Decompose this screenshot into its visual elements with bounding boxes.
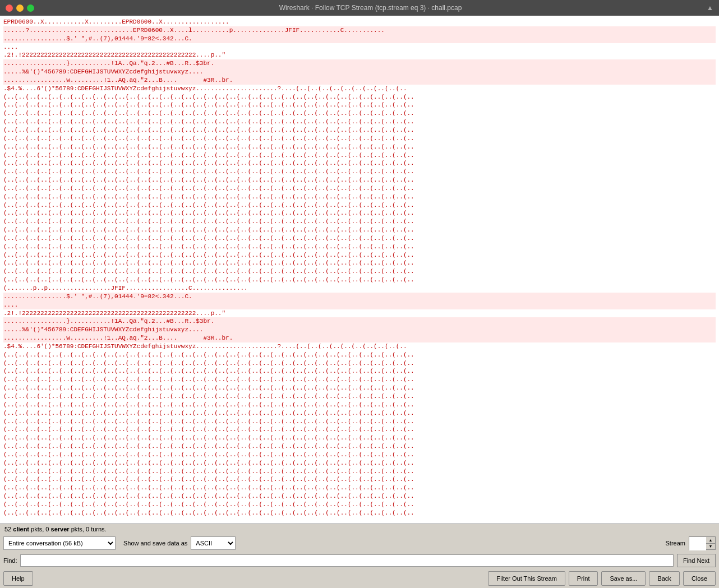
stream-line: (..(..(..(..(..(..(..(..(..(..(..(..(..(… [3,442,716,451]
stream-line: .................w.........!1..AQ.aq."2.… [3,76,716,85]
stream-line: (..(..(..(..(..(..(..(..(..(..(..(..(..(… [3,509,716,517]
stream-line: (..(..(..(..(..(..(..(..(..(..(..(..(..(… [3,126,716,135]
stream-line: (..(..(..(..(..(..(..(..(..(..(..(..(..(… [3,451,716,459]
maximize-traffic-light[interactable] [27,4,34,12]
traffic-lights [0,4,34,12]
stream-line: .... [3,43,716,52]
stream-line: .................$.' ",#..(7),01444.'9=8… [3,293,716,301]
find-input[interactable] [20,554,673,567]
stream-line: .$4.%....6'()*56789:CDEFGHIJSTUVWXYZcdef… [3,342,716,351]
stream-line: (..(..(..(..(..(..(..(..(..(..(..(..(..(… [3,201,716,210]
stream-line: (..(..(..(..(..(..(..(..(..(..(..(..(..(… [3,176,716,184]
stream-line: (..(..(..(..(..(..(..(..(..(..(..(..(..(… [3,401,716,409]
stream-line: (..(..(..(..(..(..(..(..(..(..(..(..(..(… [3,359,716,368]
help-button[interactable]: Help [3,571,33,586]
conversation-select[interactable]: Entire conversation (56 kB) [3,536,116,550]
stream-number-input[interactable]: 3 [689,537,706,550]
stream-line: (..(..(..(..(..(..(..(..(..(..(..(..(..(… [3,209,716,217]
data-format-label: Show and save data as [123,540,187,547]
back-button[interactable]: Back [649,571,679,586]
stream-line: .2!.!22222222222222222222222222222222222… [3,309,716,318]
stream-line: (..(..(..(..(..(..(..(..(..(..(..(..(..(… [3,226,716,234]
stream-line: .................$.' ",#..(7),01444.'9=8… [3,35,716,43]
stream-spinner-buttons: ▲ ▼ [706,537,715,549]
stream-line: (..(..(..(..(..(..(..(..(..(..(..(..(..(… [3,267,716,276]
stream-line: (..(..(..(..(..(..(..(..(..(..(..(..(..(… [3,193,716,201]
stream-line: (..(..(..(..(..(..(..(..(..(..(..(..(..(… [3,101,716,109]
controls-row: Entire conversation (56 kB) Show and sav… [0,534,719,552]
find-row: Find: Find Next [0,552,719,569]
stream-line: (..(..(..(..(..(..(..(..(..(..(..(..(..(… [3,168,716,176]
stats-text: 52 client pkts, 0 server pkts, 0 turns. [4,526,107,533]
stream-line: (..(..(..(..(..(..(..(..(..(..(..(..(..(… [3,217,716,226]
stream-line: (..(..(..(..(..(..(..(..(..(..(..(..(..(… [3,259,716,267]
stream-line: (..(..(..(..(..(..(..(..(..(..(..(..(..(… [3,484,716,492]
stream-line: (..(..(..(..(..(..(..(..(..(..(..(..(..(… [3,351,716,359]
minimize-traffic-light[interactable] [16,4,24,12]
stream-line: (..(..(..(..(..(..(..(..(..(..(..(..(..(… [3,135,716,143]
stream-line: (..(..(..(..(..(..(..(..(..(..(..(..(..(… [3,384,716,392]
stream-line: (..(..(..(..(..(..(..(..(..(..(..(..(..(… [3,234,716,243]
stream-increment-button[interactable]: ▲ [706,537,715,544]
stream-line: EPRD0600..X...........X.........EPRD0600… [3,18,716,26]
stats-row: 52 client pkts, 0 server pkts, 0 turns. [0,524,719,534]
stream-line: (..(..(..(..(..(..(..(..(..(..(..(..(..(… [3,118,716,126]
stream-line: (..(..(..(..(..(..(..(..(..(..(..(..(..(… [3,109,716,118]
stream-line: (..(..(..(..(..(..(..(..(..(..(..(..(..(… [3,251,716,260]
stream-view[interactable]: EPRD0600..X...........X.........EPRD0600… [0,16,719,524]
stream-line: (..(..(..(..(..(..(..(..(..(..(..(..(..(… [3,492,716,501]
stream-line: (..(..(..(..(..(..(..(..(..(..(..(..(..(… [3,501,716,509]
stream-decrement-button[interactable]: ▼ [706,544,715,550]
stream-line: (..(..(..(..(..(..(..(..(..(..(..(..(..(… [3,467,716,476]
stream-label: Stream [666,540,685,547]
stream-line: (..(..(..(..(..(..(..(..(..(..(..(..(..(… [3,276,716,284]
stream-line: .....%&'()*456789:CDEFGHIJSTUVWXYZcdefgh… [3,68,716,76]
stream-line: (..(..(..(..(..(..(..(..(..(..(..(..(..(… [3,475,716,484]
stream-line: ......?............................EPRD0… [3,26,716,35]
bottom-bar: 52 client pkts, 0 server pkts, 0 turns. … [0,524,719,588]
stream-line: (..(..(..(..(..(..(..(..(..(..(..(..(..(… [3,392,716,401]
titlebar-right-icon: ▲ [707,4,719,12]
stream-line: (..(..(..(..(..(..(..(..(..(..(..(..(..(… [3,425,716,434]
stream-line: (..(..(..(..(..(..(..(..(..(..(..(..(..(… [3,409,716,418]
stream-line: .................}...........!1A..Qa."q.… [3,59,716,68]
close-button[interactable]: Close [683,571,716,586]
print-button[interactable]: Print [569,571,598,586]
filter-out-button[interactable]: Filter Out This Stream [488,571,565,586]
stream-number-spinner: 3 ▲ ▼ [689,536,716,550]
stream-line: .2!.!22222222222222222222222222222222222… [3,51,716,59]
stream-line: .................w.........!1..AQ.aq."2.… [3,334,716,342]
stream-line: .................}...........!1A..Qa."q.… [3,317,716,326]
stream-line: (.......p..p.................JFIF.......… [3,284,716,293]
stream-line: (..(..(..(..(..(..(..(..(..(..(..(..(..(… [3,151,716,160]
find-label: Find: [3,557,17,564]
stream-line: (..(..(..(..(..(..(..(..(..(..(..(..(..(… [3,159,716,168]
stream-line: (..(..(..(..(..(..(..(..(..(..(..(..(..(… [3,184,716,193]
content-area: EPRD0600..X...........X.........EPRD0600… [0,16,719,588]
close-traffic-light[interactable] [6,4,13,12]
stream-line: (..(..(..(..(..(..(..(..(..(..(..(..(..(… [3,143,716,151]
ascii-format-select[interactable]: ASCII Hex Dump C Arrays Raw [191,536,236,550]
save-as-button[interactable]: Save as... [601,571,646,586]
titlebar: Wireshark · Follow TCP Stream (tcp.strea… [0,0,719,16]
stream-line: (..(..(..(..(..(..(..(..(..(..(..(..(..(… [3,243,716,251]
stream-line: (..(..(..(..(..(..(..(..(..(..(..(..(..(… [3,376,716,384]
stream-line: .... [3,301,716,309]
window-title: Wireshark · Follow TCP Stream (tcp.strea… [34,4,707,12]
find-next-button[interactable]: Find Next [677,554,716,567]
stream-line: (..(..(..(..(..(..(..(..(..(..(..(..(..(… [3,93,716,101]
stream-line: (..(..(..(..(..(..(..(..(..(..(..(..(..(… [3,418,716,426]
stream-line: .$4.%....6'()*56789:CDEFGHIJSTUVWXYZcdef… [3,85,716,93]
stream-line: (..(..(..(..(..(..(..(..(..(..(..(..(..(… [3,459,716,467]
right-buttons: Filter Out This Stream Print Save as... … [488,571,716,586]
buttons-row: Help Filter Out This Stream Print Save a… [0,569,719,588]
stream-line: (..(..(..(..(..(..(..(..(..(..(..(..(..(… [3,367,716,376]
stream-line: .....%&'()*456789:CDEFGHIJSTUVWXYZcdefgh… [3,326,716,334]
stream-line: (..(..(..(..(..(..(..(..(..(..(..(..(..(… [3,434,716,442]
